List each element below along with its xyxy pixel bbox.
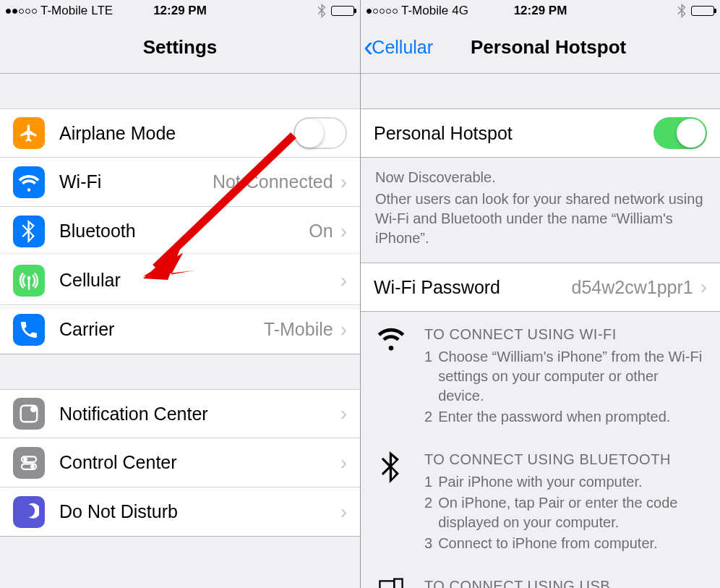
carrier-label: T-Mobile: [40, 4, 87, 18]
back-button[interactable]: ‹ Cellular: [364, 35, 433, 61]
row-label: Wi-Fi Password: [374, 277, 572, 298]
row-control-center[interactable]: Control Center ›: [0, 438, 360, 487]
chevron-right-icon: ›: [340, 451, 347, 474]
network-label: LTE: [91, 4, 113, 18]
settings-screen: T-Mobile LTE 12:29 PM Settings Airplane …: [0, 0, 360, 588]
row-label: Do Not Disturb: [59, 501, 340, 522]
bluetooth-status-icon: [677, 4, 687, 18]
instruction-title: TO CONNECT USING BLUETOOTH: [424, 450, 706, 469]
hotspot-screen: T-Mobile 4G 12:29 PM ‹ Cellular Personal…: [360, 0, 720, 588]
chevron-right-icon: ›: [340, 402, 347, 425]
svg-rect-8: [380, 581, 394, 588]
chevron-right-icon: ›: [340, 318, 347, 341]
row-label: Bluetooth: [59, 221, 309, 242]
chevron-right-icon: ›: [340, 220, 347, 243]
row-label: Personal Hotspot: [374, 123, 653, 144]
svg-point-3: [23, 457, 27, 461]
cellular-icon: [13, 265, 45, 297]
row-value: T-Mobile: [264, 319, 333, 340]
airplane-toggle[interactable]: [293, 117, 347, 149]
battery-icon: [331, 6, 354, 16]
wifi-icon: [13, 166, 45, 198]
row-airplane-mode[interactable]: Airplane Mode: [0, 108, 360, 158]
instructions-bluetooth: TO CONNECT USING BLUETOOTH 1Pair iPhone …: [361, 437, 720, 563]
nav-header: ‹ Cellular Personal Hotspot: [361, 22, 720, 74]
instruction-title: TO CONNECT USING WI-FI: [424, 325, 706, 344]
row-wifi-password[interactable]: Wi-Fi Password d54w2cw1ppr1 ›: [361, 263, 720, 312]
signal-dots: [367, 9, 398, 14]
row-carrier[interactable]: Carrier T-Mobile ›: [0, 305, 360, 354]
phone-icon: [13, 314, 45, 346]
row-label: Cellular: [59, 270, 340, 291]
chevron-right-icon: ›: [340, 500, 347, 524]
back-label: Cellular: [372, 37, 433, 58]
personal-hotspot-toggle[interactable]: [653, 117, 707, 149]
chevron-right-icon: ›: [340, 171, 347, 194]
svg-point-1: [30, 406, 37, 412]
row-label: Notification Center: [59, 404, 340, 425]
instructions-usb: TO CONNECT USING USB: [361, 563, 720, 588]
bluetooth-status-icon: [317, 4, 327, 18]
bluetooth-icon: [13, 216, 45, 247]
instructions-wifi: TO CONNECT USING WI-FI 1Choose “William'…: [361, 312, 720, 437]
bluetooth-icon: [375, 450, 407, 555]
page-title: Personal Hotspot: [471, 36, 626, 59]
wifi-icon: [375, 325, 407, 428]
chevron-right-icon: ›: [700, 276, 707, 299]
chevron-right-icon: ›: [340, 269, 347, 292]
moon-icon: [13, 496, 45, 528]
notification-center-icon: [13, 398, 45, 430]
battery-icon: [691, 6, 714, 16]
row-wifi[interactable]: Wi-Fi Not Connected ›: [0, 158, 360, 207]
row-value: On: [309, 221, 333, 242]
row-cellular[interactable]: Cellular ›: [0, 256, 360, 305]
status-bar: T-Mobile 4G 12:29 PM: [361, 0, 720, 22]
nav-header: Settings: [0, 22, 360, 74]
carrier-label: T-Mobile: [401, 4, 448, 18]
row-value: Not Connected: [213, 171, 333, 192]
signal-dots: [6, 9, 37, 14]
status-bar: T-Mobile LTE 12:29 PM: [0, 0, 360, 22]
usb-icon: [375, 576, 407, 588]
clock: 12:29 PM: [514, 4, 567, 18]
airplane-icon: [13, 117, 45, 149]
row-bluetooth[interactable]: Bluetooth On ›: [0, 207, 360, 256]
network-label: 4G: [452, 4, 468, 18]
row-label: Wi-Fi: [59, 171, 213, 192]
discoverable-text: Now Discoverable. Other users can look f…: [361, 158, 720, 263]
row-label: Carrier: [59, 319, 264, 340]
svg-rect-9: [394, 579, 402, 589]
row-do-not-disturb[interactable]: Do Not Disturb ›: [0, 487, 360, 537]
row-personal-hotspot[interactable]: Personal Hotspot: [361, 108, 720, 158]
svg-point-5: [30, 464, 35, 469]
control-center-icon: [13, 447, 45, 479]
page-title: Settings: [143, 36, 218, 59]
clock: 12:29 PM: [153, 4, 207, 18]
row-notification-center[interactable]: Notification Center ›: [0, 389, 360, 438]
instruction-title: TO CONNECT USING USB: [424, 576, 706, 588]
wifi-password-value: d54w2cw1ppr1: [572, 277, 693, 298]
row-label: Control Center: [59, 452, 340, 473]
row-label: Airplane Mode: [59, 123, 293, 144]
